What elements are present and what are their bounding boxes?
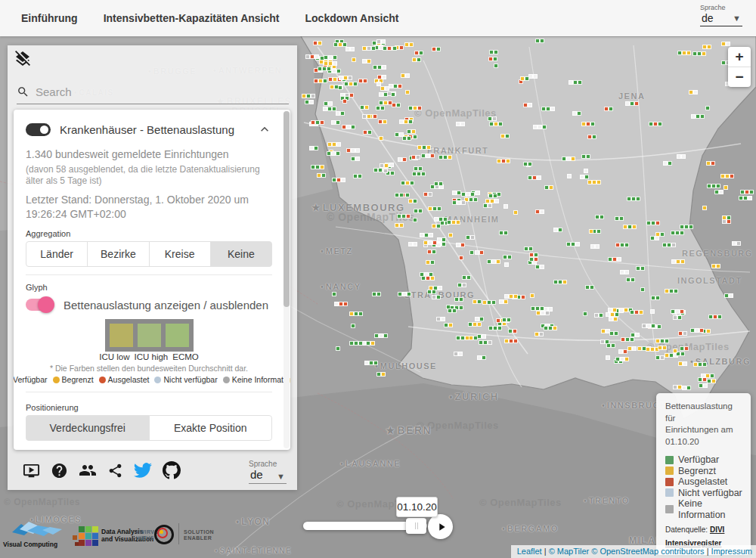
hospital-glyph[interactable] [642, 324, 655, 328]
hospital-glyph[interactable] [417, 145, 431, 150]
hospital-glyph[interactable] [461, 192, 475, 197]
hospital-glyph[interactable] [475, 250, 484, 255]
hospital-glyph[interactable] [691, 114, 705, 119]
hospital-glyph[interactable] [705, 106, 710, 110]
hospital-glyph[interactable] [544, 185, 553, 190]
hospital-glyph[interactable] [608, 257, 621, 262]
hospital-glyph[interactable] [649, 122, 662, 126]
hospital-glyph[interactable] [584, 169, 588, 173]
hospital-glyph[interactable] [615, 357, 629, 361]
hospital-glyph[interactable] [452, 191, 461, 195]
hospital-glyph[interactable] [361, 341, 375, 346]
hospital-glyph[interactable] [721, 42, 730, 46]
hospital-glyph[interactable] [457, 283, 466, 287]
hospital-glyph[interactable] [673, 315, 682, 320]
hospital-glyph[interactable] [566, 242, 580, 246]
hospital-glyph[interactable] [456, 243, 465, 247]
hospital-glyph[interactable] [535, 39, 544, 43]
hospital-glyph[interactable] [313, 41, 322, 45]
hospital-glyph[interactable] [331, 120, 340, 125]
hospital-glyph[interactable] [707, 184, 720, 188]
hospital-glyph[interactable] [503, 255, 512, 259]
hospital-glyph[interactable] [673, 385, 682, 389]
hospital-glyph[interactable] [426, 260, 435, 265]
hospital-glyph[interactable] [680, 346, 689, 351]
hospital-glyph[interactable] [665, 289, 678, 293]
hospital-glyph[interactable] [671, 309, 684, 314]
glyph-visibility-toggle[interactable] [26, 299, 53, 311]
hospital-glyph[interactable] [488, 57, 497, 61]
hospital-glyph[interactable] [572, 111, 581, 116]
collapse-button[interactable] [257, 122, 272, 137]
hospital-glyph[interactable] [336, 111, 345, 116]
hospital-glyph[interactable] [606, 343, 615, 348]
hospital-glyph[interactable] [483, 203, 492, 208]
help-button[interactable] [51, 462, 68, 479]
hospital-glyph[interactable] [722, 219, 731, 224]
hospital-glyph[interactable] [469, 250, 474, 255]
hospital-glyph[interactable] [339, 76, 352, 80]
hospital-glyph[interactable] [499, 299, 508, 304]
hospital-glyph[interactable] [408, 106, 422, 110]
hospital-glyph[interactable] [448, 233, 453, 237]
hospital-glyph[interactable] [362, 46, 376, 51]
hospital-glyph[interactable] [553, 228, 562, 232]
hospital-glyph[interactable] [378, 119, 387, 124]
hospital-glyph[interactable] [530, 293, 534, 298]
zoom-in-button[interactable]: + [728, 47, 751, 67]
search-input[interactable] [34, 85, 264, 99]
hospital-glyph[interactable] [412, 57, 421, 62]
hospital-glyph[interactable] [544, 307, 553, 312]
hospital-glyph[interactable] [714, 190, 723, 194]
hospital-glyph[interactable] [702, 206, 707, 210]
hospital-glyph[interactable] [585, 285, 594, 290]
scrollbar-thumb[interactable] [284, 111, 290, 307]
hospital-glyph[interactable] [494, 64, 498, 68]
hospital-glyph[interactable] [535, 265, 544, 269]
hospital-glyph[interactable] [401, 73, 410, 78]
hospital-glyph[interactable] [590, 244, 600, 249]
hospital-glyph[interactable] [401, 181, 414, 185]
hospital-glyph[interactable] [479, 340, 492, 345]
hospital-glyph[interactable] [615, 216, 624, 221]
option-kreise[interactable]: Kreise [149, 241, 211, 267]
hospital-glyph[interactable] [587, 180, 601, 184]
hospital-glyph[interactable] [376, 39, 386, 44]
hospital-glyph[interactable] [723, 185, 728, 190]
hospital-glyph[interactable] [349, 341, 363, 346]
hospital-glyph[interactable] [678, 361, 687, 366]
hospital-glyph[interactable] [395, 223, 404, 228]
hospital-glyph[interactable] [383, 46, 392, 51]
hospital-glyph[interactable] [489, 50, 498, 54]
share-button[interactable] [107, 463, 123, 479]
hospital-glyph[interactable] [421, 276, 435, 281]
hospital-glyph[interactable] [314, 79, 327, 83]
option-verdeckungsfrei[interactable]: Verdeckungsfrei [26, 415, 150, 441]
hospital-glyph[interactable] [413, 218, 417, 222]
hospital-glyph[interactable] [680, 225, 693, 229]
hospital-glyph[interactable] [462, 275, 471, 280]
hospital-glyph[interactable] [682, 386, 691, 390]
hospital-glyph[interactable] [398, 157, 407, 162]
hospital-glyph[interactable] [724, 293, 733, 298]
timeline-slider-handle[interactable] [406, 518, 426, 534]
hospital-glyph[interactable] [606, 312, 619, 317]
hospital-glyph[interactable] [328, 77, 337, 82]
hospital-glyph[interactable] [720, 174, 734, 178]
hospital-glyph[interactable] [541, 107, 555, 111]
hospital-glyph[interactable] [655, 339, 669, 343]
hospital-glyph[interactable] [324, 101, 333, 106]
hospital-glyph[interactable] [414, 166, 423, 171]
hospital-glyph[interactable] [594, 313, 603, 318]
hospital-glyph[interactable] [392, 103, 401, 107]
hospital-glyph[interactable] [332, 178, 345, 182]
hospital-glyph[interactable] [311, 120, 324, 125]
hospital-glyph[interactable] [482, 300, 496, 305]
hospital-glyph[interactable] [553, 280, 567, 284]
hospital-glyph[interactable] [447, 220, 460, 225]
hospital-glyph[interactable] [434, 217, 448, 222]
hospital-glyph[interactable] [452, 200, 466, 205]
language-select[interactable]: de ▼ [700, 11, 742, 26]
hospital-glyph[interactable] [412, 172, 426, 176]
hospital-glyph[interactable] [732, 241, 741, 246]
